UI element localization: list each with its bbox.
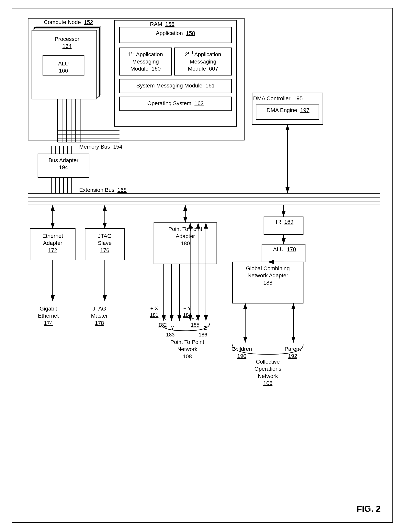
ir-label: IR 169 [265, 218, 304, 226]
alu-170-label: ALU 170 [263, 246, 306, 253]
gigabit-ethernet-label: GigabitEthernet174 [38, 305, 59, 327]
point-to-point-ref: 180 [181, 240, 190, 247]
ram-label: RAM 156 [150, 21, 174, 28]
app-msg-2-label: 2nd ApplicationMessagingModule 607 [174, 50, 232, 73]
diagram-container: Compute Node 152 Processor164 ALU166 RAM… [12, 8, 393, 523]
application-ref: 158 [186, 30, 195, 36]
jtag-slave-ref: 176 [100, 247, 109, 253]
jtag-master-ref: 178 [95, 320, 104, 326]
children-label: Children190 [232, 345, 252, 360]
alu-166-label: ALU166 [43, 60, 84, 74]
app-msg-1-ref: 160 [152, 66, 161, 72]
bus-adapter-ref: 194 [59, 164, 68, 170]
gigabit-ethernet-ref: 174 [44, 320, 53, 326]
bus-adapter-label: Bus Adapter194 [38, 157, 89, 171]
point-to-point-label: Point To PointAdapter180 [154, 226, 217, 247]
memory-bus-ref: 154 [113, 144, 123, 150]
minus-y-ref: 184 [183, 312, 191, 318]
alu-170-ref: 170 [287, 246, 296, 252]
dma-engine-ref: 197 [300, 107, 310, 113]
app-msg-1-label: 1st ApplicationMessagingModule 160 [119, 50, 172, 73]
plus-x-ref: 181 [150, 312, 158, 318]
plus-y-label: + Y183 [166, 325, 174, 338]
ram-ref: 156 [165, 21, 174, 27]
app-msg-2-ref: 607 [209, 66, 218, 72]
compute-node-label: Compute Node 152 [44, 19, 93, 26]
processor-ref: 164 [63, 43, 72, 49]
ir-ref: 169 [284, 219, 293, 225]
p2p-network-label: Point To PointNetwork108 [158, 339, 217, 360]
minus-z-label: − Z186 [199, 325, 207, 338]
dma-controller-ref: 195 [293, 95, 303, 102]
memory-bus-label: Memory Bus 154 [79, 143, 122, 150]
global-combining-label: Global CombiningNetwork Adapter188 [232, 265, 303, 286]
collective-network-label: CollectiveOperationsNetwork106 [236, 358, 299, 387]
compute-node-ref: 152 [84, 19, 93, 25]
os-label: Operating System 162 [119, 100, 232, 107]
ethernet-adapter-ref: 172 [48, 247, 57, 253]
p2p-network-ref: 108 [183, 353, 192, 359]
minus-z-ref: 186 [199, 332, 207, 338]
alu-166-ref: 166 [59, 68, 68, 74]
sys-msg-ref: 161 [206, 82, 215, 89]
plus-z-label: + Z185 [191, 315, 199, 328]
jtag-master-label: JTAGMaster178 [91, 305, 108, 327]
sys-msg-label: System Messaging Module 161 [119, 82, 232, 89]
os-ref: 162 [194, 100, 203, 106]
minus-x-ref: 182 [158, 322, 167, 328]
minus-x-label: − X182 [158, 315, 167, 328]
processor-label: Processor164 [37, 36, 96, 50]
extension-bus-ref: 168 [117, 187, 127, 193]
collective-network-ref: 106 [263, 380, 273, 386]
minus-y-label: − Y184 [183, 305, 191, 319]
application-label: Application 158 [119, 30, 232, 37]
dma-controller-label: DMA Controller 195 [253, 95, 303, 102]
plus-x-label: + X181 [150, 305, 158, 319]
plus-z-ref: 185 [191, 322, 199, 328]
global-combining-ref: 188 [263, 280, 273, 286]
ethernet-adapter-label: EthernetAdapter172 [30, 233, 75, 254]
extension-bus-label: Extension Bus 168 [79, 187, 127, 194]
plus-y-ref: 183 [166, 332, 174, 338]
fig-label: FIG. 2 [357, 503, 381, 514]
dma-engine-label: DMA Engine 197 [257, 107, 319, 114]
page: Compute Node 152 Processor164 ALU166 RAM… [0, 0, 406, 532]
parent-label: Parent192 [284, 345, 301, 360]
jtag-slave-label: JTAGSlave176 [85, 233, 124, 254]
